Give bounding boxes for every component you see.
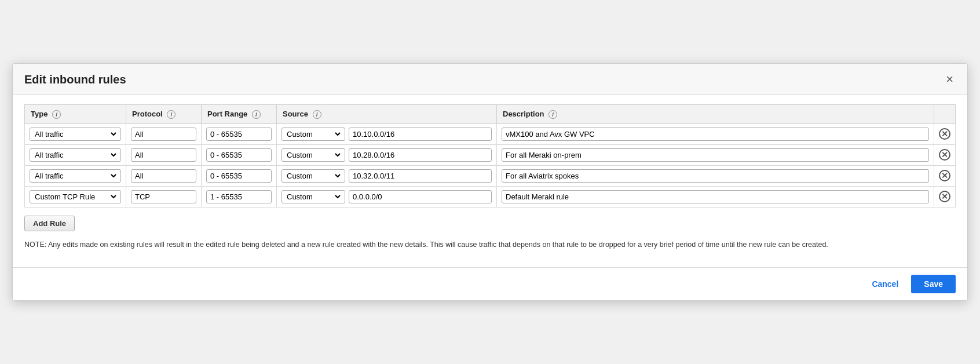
type-info-icon: i — [52, 110, 61, 119]
source-cell-1: CustomAnywhereMy IPCustom IPv6 — [277, 144, 497, 165]
description-input-2[interactable] — [502, 169, 929, 183]
col-header-port-range: Port Range i — [202, 104, 277, 123]
add-rule-button[interactable]: Add Rule — [24, 216, 75, 231]
remove-icon-3: ✕ — [939, 191, 950, 202]
protocol-input-0 — [131, 128, 196, 141]
source-type-select-1[interactable]: CustomAnywhereMy IPCustom IPv6 — [284, 150, 342, 160]
remove-cell-2: ✕ — [934, 165, 956, 186]
protocol-info-icon: i — [167, 110, 175, 119]
remove-icon-0: ✕ — [939, 128, 950, 140]
type-cell-2: All trafficCustom TCP RuleCustom UDP Rul… — [25, 165, 126, 186]
port-range-input-1[interactable] — [206, 148, 272, 162]
col-header-remove — [934, 104, 956, 123]
rules-table: Type i Protocol i Port Range i Source i — [24, 104, 956, 208]
type-cell-0: All trafficCustom TCP RuleCustom UDP Rul… — [25, 123, 126, 144]
type-select-1[interactable]: All trafficCustom TCP RuleCustom UDP Rul… — [32, 150, 118, 160]
type-cell-1: All trafficCustom TCP RuleCustom UDP Rul… — [25, 144, 126, 165]
save-button[interactable]: Save — [911, 275, 956, 293]
table-header-row: Type i Protocol i Port Range i Source i — [25, 104, 956, 123]
port-range-input-2[interactable] — [206, 169, 272, 183]
description-input-0[interactable] — [502, 128, 929, 141]
description-cell-0 — [497, 123, 934, 144]
port-range-input-0[interactable] — [206, 128, 272, 141]
col-header-protocol: Protocol i — [126, 104, 202, 123]
table-row: All trafficCustom TCP RuleCustom UDP Rul… — [25, 123, 956, 144]
col-header-type: Type i — [25, 104, 126, 123]
remove-cell-1: ✕ — [934, 144, 956, 165]
close-button[interactable]: × — [944, 73, 956, 86]
port-range-info-icon: i — [252, 110, 261, 119]
type-select-0[interactable]: All trafficCustom TCP RuleCustom UDP Rul… — [32, 129, 118, 139]
description-cell-1 — [497, 144, 934, 165]
cancel-button[interactable]: Cancel — [866, 276, 904, 292]
source-cell-3: CustomAnywhereMy IPCustom IPv6 — [277, 186, 497, 207]
col-header-description: Description i — [497, 104, 934, 123]
description-info-icon: i — [548, 110, 557, 119]
note-text: NOTE: Any edits made on existing rules w… — [24, 239, 956, 250]
remove-cell-0: ✕ — [934, 123, 956, 144]
source-value-input-0[interactable] — [349, 128, 492, 141]
protocol-cell-3 — [126, 186, 202, 207]
table-row: All trafficCustom TCP RuleCustom UDP Rul… — [25, 165, 956, 186]
table-row: All trafficCustom TCP RuleCustom UDP Rul… — [25, 144, 956, 165]
source-value-input-2[interactable] — [349, 169, 492, 183]
port-range-cell-1 — [202, 144, 277, 165]
port-range-cell-3 — [202, 186, 277, 207]
source-cell-0: CustomAnywhereMy IPCustom IPv6 — [277, 123, 497, 144]
remove-cell-3: ✕ — [934, 186, 956, 207]
description-input-3[interactable] — [502, 190, 929, 203]
protocol-cell-2 — [126, 165, 202, 186]
description-input-1[interactable] — [502, 148, 929, 162]
edit-inbound-rules-dialog: Edit inbound rules × Type i Protocol i P… — [12, 63, 968, 301]
protocol-cell-0 — [126, 123, 202, 144]
remove-rule-button-1[interactable]: ✕ — [939, 149, 950, 161]
remove-rule-button-2[interactable]: ✕ — [939, 170, 950, 181]
source-value-input-3[interactable] — [349, 190, 492, 203]
protocol-input-1 — [131, 148, 196, 162]
type-cell-3: All trafficCustom TCP RuleCustom UDP Rul… — [25, 186, 126, 207]
remove-icon-1: ✕ — [939, 149, 950, 161]
dialog-footer: Cancel Save — [13, 267, 967, 300]
description-cell-2 — [497, 165, 934, 186]
description-cell-3 — [497, 186, 934, 207]
rules-tbody: All trafficCustom TCP RuleCustom UDP Rul… — [25, 123, 956, 207]
protocol-input-3 — [131, 190, 196, 203]
remove-icon-2: ✕ — [939, 170, 950, 181]
source-type-select-0[interactable]: CustomAnywhereMy IPCustom IPv6 — [284, 129, 342, 139]
source-value-input-1[interactable] — [349, 148, 492, 162]
source-cell-2: CustomAnywhereMy IPCustom IPv6 — [277, 165, 497, 186]
source-type-select-3[interactable]: CustomAnywhereMy IPCustom IPv6 — [284, 192, 342, 202]
protocol-input-2 — [131, 169, 196, 183]
table-row: All trafficCustom TCP RuleCustom UDP Rul… — [25, 186, 956, 207]
protocol-cell-1 — [126, 144, 202, 165]
source-type-select-2[interactable]: CustomAnywhereMy IPCustom IPv6 — [284, 171, 342, 181]
port-range-cell-0 — [202, 123, 277, 144]
dialog-title: Edit inbound rules — [24, 73, 126, 86]
col-header-source: Source i — [277, 104, 497, 123]
port-range-input-3[interactable] — [206, 190, 272, 203]
dialog-header: Edit inbound rules × — [13, 64, 967, 95]
remove-rule-button-0[interactable]: ✕ — [939, 128, 950, 140]
type-select-2[interactable]: All trafficCustom TCP RuleCustom UDP Rul… — [32, 171, 118, 181]
type-select-3[interactable]: All trafficCustom TCP RuleCustom UDP Rul… — [32, 192, 118, 202]
remove-rule-button-3[interactable]: ✕ — [939, 191, 950, 202]
source-info-icon: i — [313, 110, 321, 119]
port-range-cell-2 — [202, 165, 277, 186]
dialog-body: Type i Protocol i Port Range i Source i — [13, 95, 967, 268]
